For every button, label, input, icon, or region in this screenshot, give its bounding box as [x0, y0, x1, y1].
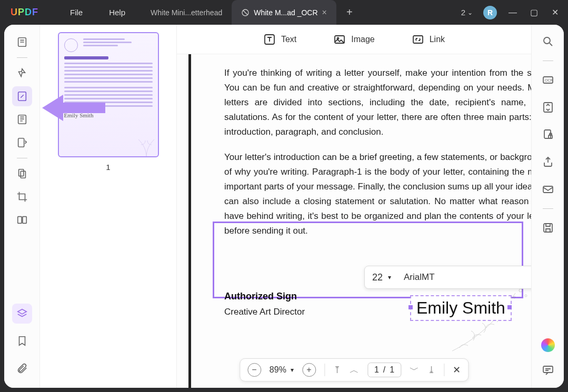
- image-tool-label: Image: [351, 35, 374, 44]
- svg-rect-6: [21, 171, 25, 178]
- titlebar-right: 2 ⌄ R — ▢ ✕: [461, 6, 568, 19]
- next-page-button[interactable]: ﹀: [410, 364, 419, 376]
- comment-tool[interactable]: [12, 63, 32, 83]
- thumbnail-page-number: 1: [106, 163, 110, 172]
- selected-text-box[interactable]: Emily Smith: [410, 295, 512, 321]
- svg-rect-12: [413, 36, 423, 43]
- right-sidebar: OCR: [531, 25, 564, 388]
- app-logo: UPDF: [11, 7, 38, 18]
- layers-button[interactable]: [12, 304, 32, 324]
- zoom-out-button[interactable]: −: [247, 363, 261, 377]
- bookmark-button[interactable]: [12, 331, 32, 351]
- tab-strip: White Mini...etterhead White M...ad _OCR…: [141, 0, 357, 25]
- role-label[interactable]: Creative Art Director: [224, 307, 305, 317]
- text-icon: [263, 33, 276, 46]
- zoom-value: 89%: [270, 365, 286, 375]
- crop-tool[interactable]: [12, 187, 32, 207]
- zoom-selector[interactable]: 89% ▾: [270, 365, 294, 375]
- comment-panel-button[interactable]: [540, 361, 556, 378]
- prev-page-button[interactable]: ︿: [350, 364, 359, 376]
- edit-disabled-icon: [241, 8, 250, 17]
- page: If you're thinking of writing a letter y…: [177, 54, 531, 388]
- close-search-button[interactable]: ✕: [453, 364, 461, 376]
- save-button[interactable]: [540, 219, 556, 236]
- zoom-in-button[interactable]: +: [302, 363, 316, 377]
- document-view[interactable]: If you're thinking of writing a letter y…: [177, 54, 531, 388]
- tab-active[interactable]: White M...ad _OCR ×: [232, 0, 336, 25]
- organize-tool[interactable]: [12, 109, 32, 129]
- selection-handle[interactable]: [507, 305, 512, 309]
- thumb-logo-icon: [64, 38, 78, 52]
- svg-rect-8: [22, 217, 26, 224]
- edit-toolbar-top: Text Image Link: [177, 25, 531, 54]
- divider: [324, 364, 325, 376]
- chevron-down-icon: ▾: [291, 366, 294, 374]
- share-button[interactable]: [540, 154, 556, 170]
- page-text: If you're thinking of writing a letter y…: [224, 66, 531, 249]
- tab-label: White M...ad _OCR: [254, 8, 317, 17]
- tab-inactive[interactable]: White Mini...etterhead: [141, 0, 232, 25]
- content-area: Text Image Link If you're thinking of wr…: [177, 25, 531, 388]
- image-tool[interactable]: Image: [333, 33, 374, 46]
- page-indicator[interactable]: 1 / 1: [367, 363, 401, 377]
- compare-tool[interactable]: [12, 210, 32, 230]
- authorized-sign-label[interactable]: Authorized Sign: [224, 291, 297, 302]
- svg-rect-4: [18, 138, 24, 147]
- annotation-arrow: [42, 95, 105, 121]
- page-margin-line: [188, 54, 191, 388]
- chevron-down-icon: ⌄: [467, 9, 473, 16]
- menu-file[interactable]: File: [70, 8, 83, 17]
- reader-tool[interactable]: [12, 32, 32, 52]
- convert-button[interactable]: [540, 99, 556, 116]
- text-tool[interactable]: Text: [263, 33, 296, 46]
- selection-handle[interactable]: [408, 305, 413, 309]
- titlebar: UPDF File Help White Mini...etterhead Wh…: [0, 0, 568, 25]
- font-size-value: 22: [372, 272, 383, 283]
- maximize-button[interactable]: ▢: [529, 7, 539, 17]
- page-total: 1: [390, 365, 394, 375]
- tab-label: White Mini...etterhead: [151, 8, 222, 17]
- minimize-button[interactable]: —: [507, 8, 518, 17]
- bottom-toolbar: − 89% ▾ + ⤒ ︿ 1 / 1 ﹀ ⤓ ✕: [240, 358, 469, 381]
- ai-assistant-button[interactable]: [541, 338, 555, 352]
- tab-count[interactable]: 2 ⌄: [461, 8, 473, 17]
- menu-help[interactable]: Help: [109, 8, 125, 17]
- ocr-button[interactable]: OCR: [540, 72, 556, 88]
- new-tab-button[interactable]: +: [342, 5, 357, 21]
- email-button[interactable]: [540, 181, 556, 198]
- divider: [444, 364, 444, 376]
- chevron-down-icon: ▾: [388, 274, 391, 281]
- image-icon: [333, 33, 346, 46]
- svg-rect-24: [543, 366, 553, 373]
- edit-tool[interactable]: [12, 86, 32, 106]
- font-name-value: ArialMT: [404, 272, 435, 283]
- close-icon[interactable]: ×: [322, 8, 327, 17]
- left-sidebar-bottom: [12, 304, 32, 378]
- font-family-selector[interactable]: ArialMT ▾: [398, 272, 531, 283]
- paragraph-1[interactable]: If you're thinking of writing a letter y…: [224, 66, 531, 139]
- svg-text:OCR: OCR: [545, 78, 553, 82]
- svg-rect-7: [17, 217, 21, 224]
- link-tool[interactable]: Link: [412, 33, 445, 46]
- svg-point-15: [513, 296, 515, 298]
- attachment-button[interactable]: [12, 358, 32, 378]
- protect-button[interactable]: [540, 126, 556, 143]
- divider: [543, 61, 553, 61]
- svg-rect-3: [18, 115, 26, 124]
- svg-rect-23: [544, 224, 552, 232]
- fill-sign-tool[interactable]: [12, 133, 32, 153]
- svg-point-13: [519, 289, 522, 292]
- avatar[interactable]: R: [483, 6, 497, 19]
- link-tool-label: Link: [430, 35, 445, 44]
- close-button[interactable]: ✕: [550, 7, 560, 17]
- last-page-button[interactable]: ⤓: [427, 364, 435, 376]
- svg-rect-5: [18, 169, 23, 176]
- first-page-button[interactable]: ⤒: [333, 364, 341, 376]
- svg-point-16: [544, 37, 550, 44]
- divider: [17, 158, 27, 158]
- font-size-selector[interactable]: 22 ▾: [372, 272, 391, 283]
- tab-count-number: 2: [461, 8, 465, 17]
- page-tool[interactable]: [12, 164, 32, 184]
- search-button[interactable]: [540, 33, 556, 50]
- divider: [17, 57, 27, 58]
